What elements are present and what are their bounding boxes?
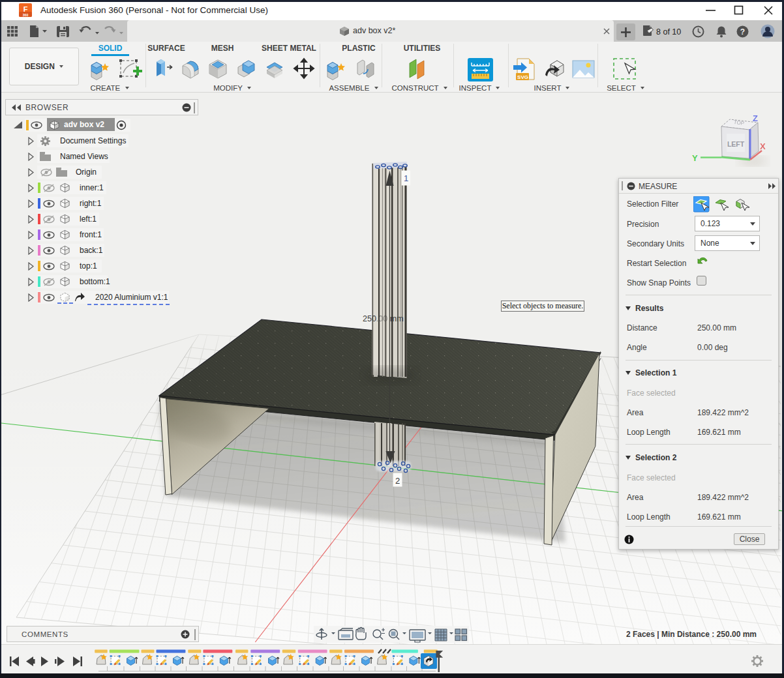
svg-text:Z: Z (753, 113, 758, 123)
svg-text:1: 1 (404, 173, 408, 183)
svg-text:SVG: SVG (517, 74, 528, 80)
svg-text:X: X (760, 141, 766, 151)
svg-text:250.00 mm: 250.00 mm (363, 314, 404, 323)
svg-text:Y: Y (692, 153, 698, 163)
svg-text:F: F (23, 5, 28, 13)
svg-text:?: ? (740, 27, 745, 37)
svg-text:LEFT: LEFT (727, 140, 745, 148)
svg-text:360: 360 (23, 13, 29, 17)
svg-text:2: 2 (395, 476, 400, 486)
